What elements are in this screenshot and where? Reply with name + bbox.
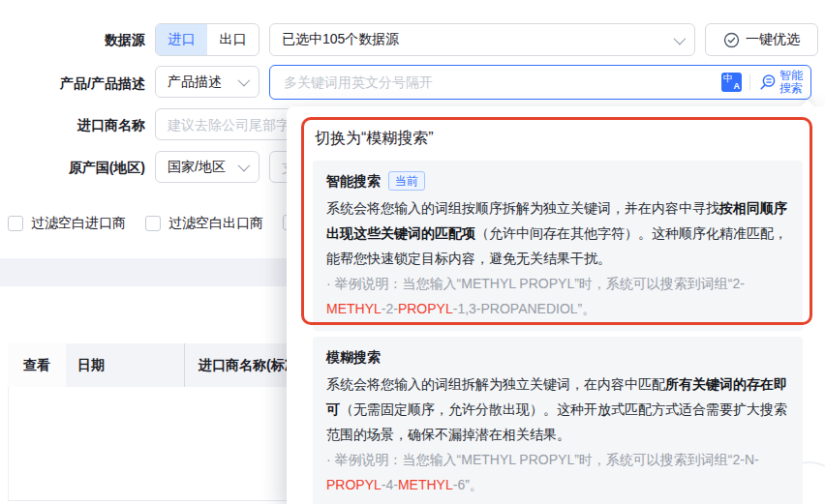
translate-zh-glyph: 中 xyxy=(723,74,733,83)
fuzzy-search-section: 模糊搜索 系统会将您输入的词组拆解为独立关键词，在内容中匹配所有关键词的存在即可… xyxy=(313,337,803,504)
filter-blank-exporter-checkbox[interactable]: 过滤空白出口商 xyxy=(145,215,263,232)
chevron-down-icon xyxy=(238,160,251,172)
translate-icon[interactable]: 中 A xyxy=(721,73,742,92)
tab-export[interactable]: 出口 xyxy=(207,24,259,55)
smart-search-example: · 举例说明：当您输入“METHYL PROPYL”时，系统可以搜索到词组“2-… xyxy=(326,271,789,321)
trade-data-search-screen: 数据源 进口 出口 已选中105个数据源 一键优选 产品/产品描述 产品描述 中… xyxy=(0,0,825,504)
one-click-optimize-label: 一键优选 xyxy=(746,31,800,48)
data-source-select[interactable]: 已选中105个数据源 xyxy=(269,23,695,56)
tab-import[interactable]: 进口 xyxy=(156,24,207,55)
switch-to-fuzzy-search-option[interactable]: 切换为“模糊搜索” xyxy=(315,129,434,148)
example-text: · 举例说明：当您输入“METHYL PROPYL”时，系统可以搜索到词组“2- xyxy=(326,276,745,291)
desc-text: 系统会将您输入的词组拆解为独立关键词，在内容中匹配 xyxy=(326,376,665,392)
example-keyword: METHYL xyxy=(326,301,382,316)
example-keyword: PROPYL xyxy=(398,301,453,316)
checkbox-label: 过滤空白出口商 xyxy=(168,215,263,232)
example-text: -6”。 xyxy=(453,477,483,492)
smart-search-section: 智能搜索 当前 系统会将您输入的词组按顺序拆解为独立关键词，并在内容中寻找按相同… xyxy=(313,161,803,331)
smart-search-mode-button[interactable]: 智能 搜索 xyxy=(779,70,803,95)
product-type-select-value: 产品描述 xyxy=(168,74,222,91)
example-keyword: METHYL xyxy=(398,477,453,492)
keyword-search-input-wrap: 中 A 智能 搜索 xyxy=(269,65,811,100)
fuzzy-search-heading: 模糊搜索 xyxy=(326,346,381,368)
col-header-date: 日期 xyxy=(66,343,184,387)
circle-check-icon xyxy=(723,32,740,48)
country-region-select-value: 国家/地区 xyxy=(168,159,226,176)
example-text: · 举例说明：当您输入“METHYL PROPYL”时，系统可以搜索到词组“2-… xyxy=(326,452,759,467)
smart-search-label-line2: 搜索 xyxy=(779,82,803,95)
input-suffix-divider xyxy=(749,74,750,90)
smart-search-description: 系统会将您输入的词组按顺序拆解为独立关键词，并在内容中寻找按相同顺序出现这些关键… xyxy=(326,195,789,271)
fuzzy-search-description: 系统会将您输入的词组拆解为独立关键词，在内容中匹配所有关键词的存在即可（无需固定… xyxy=(326,371,789,447)
product-desc-label: 产品/产品描述 xyxy=(0,74,145,93)
chevron-down-icon xyxy=(674,32,687,44)
checkbox-icon xyxy=(145,216,161,231)
country-region-select[interactable]: 国家/地区 xyxy=(155,151,260,183)
import-export-toggle: 进口 出口 xyxy=(155,23,260,56)
checkbox-icon xyxy=(8,216,23,231)
importer-name-label: 进口商名称 xyxy=(0,115,145,134)
filter-blank-importer-checkbox[interactable]: 过滤空白进口商 xyxy=(8,215,126,232)
example-text: -2- xyxy=(382,301,398,316)
example-text: -1,3-PROPANEDIOL”。 xyxy=(453,301,596,316)
data-source-label: 数据源 xyxy=(0,30,145,49)
smart-search-icon[interactable] xyxy=(758,74,777,92)
keyword-search-input[interactable] xyxy=(282,74,721,91)
data-source-select-value: 已选中105个数据源 xyxy=(282,31,399,48)
desc-text: 系统会将您输入的词组按顺序拆解为独立关键词，并在内容中寻找 xyxy=(326,200,719,216)
col-header-view: 查看 xyxy=(8,343,66,387)
origin-country-label: 原产国(地区) xyxy=(0,158,145,177)
translate-en-glyph: A xyxy=(734,82,741,91)
smart-search-heading: 智能搜索 xyxy=(326,170,381,192)
chevron-down-icon xyxy=(238,74,251,87)
fuzzy-search-example: · 举例说明：当您输入“METHYL PROPYL”时，系统可以搜索到词组“2-… xyxy=(326,447,789,497)
example-keyword: PROPYL xyxy=(326,477,382,492)
one-click-optimize-button[interactable]: 一键优选 xyxy=(705,23,818,56)
desc-text: （无需固定顺序，允许分散出现）。这种开放式匹配方式适合需要扩大搜索范围的场景，确… xyxy=(326,401,787,442)
current-mode-badge: 当前 xyxy=(388,171,425,191)
product-type-select[interactable]: 产品描述 xyxy=(155,66,260,98)
checkbox-label: 过滤空白进口商 xyxy=(31,215,126,232)
example-text: -4- xyxy=(382,477,398,492)
search-mode-popup: 切换为“模糊搜索” 智能搜索 当前 系统会将您输入的词组按顺序拆解为独立关键词，… xyxy=(287,106,825,504)
